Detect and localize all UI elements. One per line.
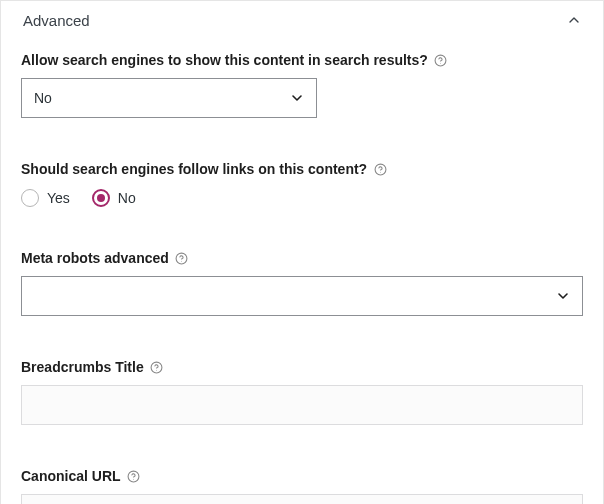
radio-follow-yes[interactable]: Yes — [21, 189, 70, 207]
chevron-up-icon — [565, 11, 583, 29]
label-text: Allow search engines to show this conten… — [21, 52, 428, 68]
label-breadcrumbs: Breadcrumbs Title — [21, 359, 164, 375]
label-text: Canonical URL — [21, 468, 121, 484]
radio-circle-icon — [92, 189, 110, 207]
label-follow-links: Should search engines follow links on th… — [21, 161, 387, 177]
help-icon[interactable] — [175, 251, 189, 265]
label-text: Should search engines follow links on th… — [21, 161, 367, 177]
radio-circle-icon — [21, 189, 39, 207]
svg-point-5 — [181, 260, 182, 261]
svg-point-7 — [156, 369, 157, 370]
panel-header[interactable]: Advanced — [1, 1, 603, 35]
field-follow-links: Should search engines follow links on th… — [21, 160, 583, 207]
help-icon[interactable] — [434, 53, 448, 67]
label-meta-robots: Meta robots advanced — [21, 250, 189, 266]
field-canonical: Canonical URL — [21, 467, 583, 504]
select-allow-search-wrap: No — [21, 78, 317, 118]
select-meta-robots[interactable] — [21, 276, 583, 316]
field-allow-search: Allow search engines to show this conten… — [21, 51, 583, 118]
radio-label: Yes — [47, 190, 70, 206]
radio-follow-no[interactable]: No — [92, 189, 136, 207]
svg-point-3 — [380, 171, 381, 172]
panel-title: Advanced — [23, 12, 90, 29]
label-text: Meta robots advanced — [21, 250, 169, 266]
panel-body: Allow search engines to show this conten… — [1, 35, 603, 504]
select-allow-search[interactable]: No — [21, 78, 317, 118]
help-icon[interactable] — [150, 360, 164, 374]
label-canonical: Canonical URL — [21, 468, 141, 484]
field-meta-robots: Meta robots advanced — [21, 249, 583, 316]
advanced-panel: Advanced Allow search engines to show th… — [0, 0, 604, 504]
help-icon[interactable] — [373, 162, 387, 176]
input-canonical-url[interactable] — [21, 494, 583, 504]
svg-point-9 — [133, 478, 134, 479]
label-allow-search: Allow search engines to show this conten… — [21, 52, 448, 68]
input-breadcrumbs-title[interactable] — [21, 385, 583, 425]
help-icon[interactable] — [127, 469, 141, 483]
svg-point-1 — [440, 62, 441, 63]
radio-label: No — [118, 190, 136, 206]
radio-group-follow-links: Yes No — [21, 189, 583, 207]
field-breadcrumbs: Breadcrumbs Title — [21, 358, 583, 425]
label-text: Breadcrumbs Title — [21, 359, 144, 375]
select-meta-robots-wrap — [21, 276, 583, 316]
